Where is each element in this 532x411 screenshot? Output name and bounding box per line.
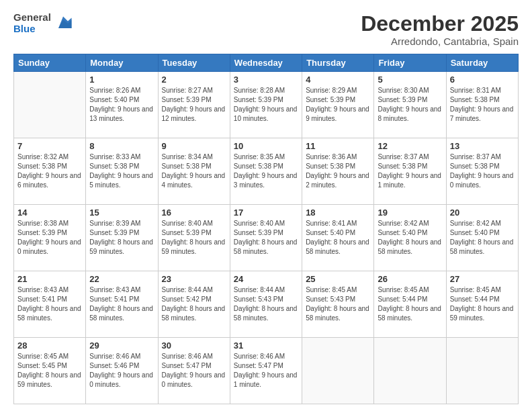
day-info: Sunrise: 8:43 AMSunset: 5:41 PMDaylight:… — [89, 285, 154, 323]
day-number: 31 — [234, 340, 298, 351]
day-info: Sunrise: 8:34 AMSunset: 5:38 PMDaylight:… — [162, 152, 226, 190]
calendar-cell — [302, 338, 374, 404]
day-info: Sunrise: 8:45 AMSunset: 5:43 PMDaylight:… — [306, 285, 370, 323]
calendar-header-thursday: Thursday — [302, 54, 374, 72]
day-number: 11 — [306, 141, 370, 151]
calendar-cell: 2Sunrise: 8:27 AMSunset: 5:39 PMDaylight… — [158, 72, 230, 138]
day-info: Sunrise: 8:46 AMSunset: 5:47 PMDaylight:… — [162, 352, 226, 390]
calendar-cell: 4Sunrise: 8:29 AMSunset: 5:39 PMDaylight… — [302, 72, 374, 138]
day-info: Sunrise: 8:31 AMSunset: 5:38 PMDaylight:… — [450, 86, 515, 124]
logo: General Blue — [13, 12, 73, 34]
day-info: Sunrise: 8:42 AMSunset: 5:40 PMDaylight:… — [378, 219, 442, 257]
day-number: 29 — [89, 340, 154, 351]
calendar-cell: 31Sunrise: 8:46 AMSunset: 5:47 PMDayligh… — [230, 338, 302, 404]
day-number: 9 — [162, 141, 226, 151]
calendar-cell: 7Sunrise: 8:32 AMSunset: 5:38 PMDaylight… — [14, 138, 86, 205]
day-number: 21 — [17, 274, 82, 284]
calendar-table: SundayMondayTuesdayWednesdayThursdayFrid… — [13, 54, 519, 404]
calendar-cell: 20Sunrise: 8:42 AMSunset: 5:40 PMDayligh… — [446, 205, 518, 271]
calendar-cell: 19Sunrise: 8:42 AMSunset: 5:40 PMDayligh… — [374, 205, 446, 271]
day-info: Sunrise: 8:35 AMSunset: 5:38 PMDaylight:… — [234, 152, 298, 190]
day-info: Sunrise: 8:30 AMSunset: 5:39 PMDaylight:… — [378, 86, 442, 124]
calendar-header-monday: Monday — [86, 54, 158, 72]
day-info: Sunrise: 8:46 AMSunset: 5:47 PMDaylight:… — [234, 352, 298, 390]
day-number: 15 — [89, 208, 154, 218]
calendar-cell: 11Sunrise: 8:36 AMSunset: 5:38 PMDayligh… — [302, 138, 374, 205]
calendar-cell: 29Sunrise: 8:46 AMSunset: 5:46 PMDayligh… — [86, 338, 158, 404]
day-number: 2 — [162, 75, 226, 85]
day-number: 13 — [450, 141, 515, 151]
calendar-cell: 23Sunrise: 8:44 AMSunset: 5:42 PMDayligh… — [158, 271, 230, 338]
calendar-cell: 5Sunrise: 8:30 AMSunset: 5:39 PMDaylight… — [374, 72, 446, 138]
day-info: Sunrise: 8:45 AMSunset: 5:45 PMDaylight:… — [17, 352, 82, 390]
calendar-week-3: 14Sunrise: 8:38 AMSunset: 5:39 PMDayligh… — [14, 205, 519, 271]
day-number: 28 — [17, 340, 82, 351]
calendar-cell: 26Sunrise: 8:45 AMSunset: 5:44 PMDayligh… — [374, 271, 446, 338]
day-info: Sunrise: 8:29 AMSunset: 5:39 PMDaylight:… — [306, 86, 370, 124]
day-number: 17 — [234, 208, 298, 218]
calendar-cell: 13Sunrise: 8:37 AMSunset: 5:38 PMDayligh… — [446, 138, 518, 205]
day-number: 12 — [378, 141, 442, 151]
day-info: Sunrise: 8:33 AMSunset: 5:38 PMDaylight:… — [89, 152, 154, 190]
day-info: Sunrise: 8:39 AMSunset: 5:39 PMDaylight:… — [89, 219, 154, 257]
day-info: Sunrise: 8:44 AMSunset: 5:43 PMDaylight:… — [234, 285, 298, 323]
day-info: Sunrise: 8:45 AMSunset: 5:44 PMDaylight:… — [450, 285, 515, 323]
calendar-header-saturday: Saturday — [446, 54, 518, 72]
day-info: Sunrise: 8:40 AMSunset: 5:39 PMDaylight:… — [162, 219, 226, 257]
calendar-cell: 16Sunrise: 8:40 AMSunset: 5:39 PMDayligh… — [158, 205, 230, 271]
calendar-cell: 3Sunrise: 8:28 AMSunset: 5:39 PMDaylight… — [230, 72, 302, 138]
calendar-week-1: 1Sunrise: 8:26 AMSunset: 5:40 PMDaylight… — [14, 72, 519, 138]
header: General Blue December 2025 Arredondo, Ca… — [13, 12, 519, 47]
title-area: December 2025 Arredondo, Cantabria, Spai… — [361, 12, 519, 47]
day-info: Sunrise: 8:37 AMSunset: 5:38 PMDaylight:… — [378, 152, 442, 190]
day-number: 20 — [450, 208, 515, 218]
day-number: 5 — [378, 75, 442, 85]
day-number: 23 — [162, 274, 226, 284]
day-number: 25 — [306, 274, 370, 284]
calendar-cell: 17Sunrise: 8:40 AMSunset: 5:39 PMDayligh… — [230, 205, 302, 271]
day-info: Sunrise: 8:27 AMSunset: 5:39 PMDaylight:… — [162, 86, 226, 124]
day-number: 30 — [162, 340, 226, 351]
day-number: 7 — [17, 141, 82, 151]
day-info: Sunrise: 8:42 AMSunset: 5:40 PMDaylight:… — [450, 219, 515, 257]
calendar-cell: 24Sunrise: 8:44 AMSunset: 5:43 PMDayligh… — [230, 271, 302, 338]
day-info: Sunrise: 8:46 AMSunset: 5:46 PMDaylight:… — [89, 352, 154, 390]
calendar-cell: 10Sunrise: 8:35 AMSunset: 5:38 PMDayligh… — [230, 138, 302, 205]
calendar-cell: 21Sunrise: 8:43 AMSunset: 5:41 PMDayligh… — [14, 271, 86, 338]
calendar-cell: 1Sunrise: 8:26 AMSunset: 5:40 PMDaylight… — [86, 72, 158, 138]
calendar-header-friday: Friday — [374, 54, 446, 72]
day-number: 6 — [450, 75, 515, 85]
page: General Blue December 2025 Arredondo, Ca… — [0, 0, 532, 411]
day-number: 14 — [17, 208, 82, 218]
calendar-cell: 18Sunrise: 8:41 AMSunset: 5:40 PMDayligh… — [302, 205, 374, 271]
day-number: 1 — [89, 75, 154, 85]
day-number: 4 — [306, 75, 370, 85]
day-number: 10 — [234, 141, 298, 151]
calendar-cell: 22Sunrise: 8:43 AMSunset: 5:41 PMDayligh… — [86, 271, 158, 338]
day-info: Sunrise: 8:38 AMSunset: 5:39 PMDaylight:… — [17, 219, 82, 257]
calendar-cell: 9Sunrise: 8:34 AMSunset: 5:38 PMDaylight… — [158, 138, 230, 205]
calendar-cell — [446, 338, 518, 404]
day-number: 19 — [378, 208, 442, 218]
day-info: Sunrise: 8:28 AMSunset: 5:39 PMDaylight:… — [234, 86, 298, 124]
calendar-cell: 14Sunrise: 8:38 AMSunset: 5:39 PMDayligh… — [14, 205, 86, 271]
day-number: 18 — [306, 208, 370, 218]
calendar-header-wednesday: Wednesday — [230, 54, 302, 72]
day-number: 3 — [234, 75, 298, 85]
calendar-cell: 27Sunrise: 8:45 AMSunset: 5:44 PMDayligh… — [446, 271, 518, 338]
calendar-cell: 8Sunrise: 8:33 AMSunset: 5:38 PMDaylight… — [86, 138, 158, 205]
day-number: 26 — [378, 274, 442, 284]
day-info: Sunrise: 8:41 AMSunset: 5:40 PMDaylight:… — [306, 219, 370, 257]
calendar-header-sunday: Sunday — [14, 54, 86, 72]
day-info: Sunrise: 8:43 AMSunset: 5:41 PMDaylight:… — [17, 285, 82, 323]
calendar-cell: 12Sunrise: 8:37 AMSunset: 5:38 PMDayligh… — [374, 138, 446, 205]
calendar-cell: 15Sunrise: 8:39 AMSunset: 5:39 PMDayligh… — [86, 205, 158, 271]
logo-blue: Blue — [13, 24, 51, 35]
calendar-week-2: 7Sunrise: 8:32 AMSunset: 5:38 PMDaylight… — [14, 138, 519, 205]
day-info: Sunrise: 8:37 AMSunset: 5:38 PMDaylight:… — [450, 152, 515, 190]
calendar-cell: 28Sunrise: 8:45 AMSunset: 5:45 PMDayligh… — [14, 338, 86, 404]
calendar-week-4: 21Sunrise: 8:43 AMSunset: 5:41 PMDayligh… — [14, 271, 519, 338]
logo-general: General — [13, 12, 51, 24]
day-number: 22 — [89, 274, 154, 284]
day-info: Sunrise: 8:36 AMSunset: 5:38 PMDaylight:… — [306, 152, 370, 190]
